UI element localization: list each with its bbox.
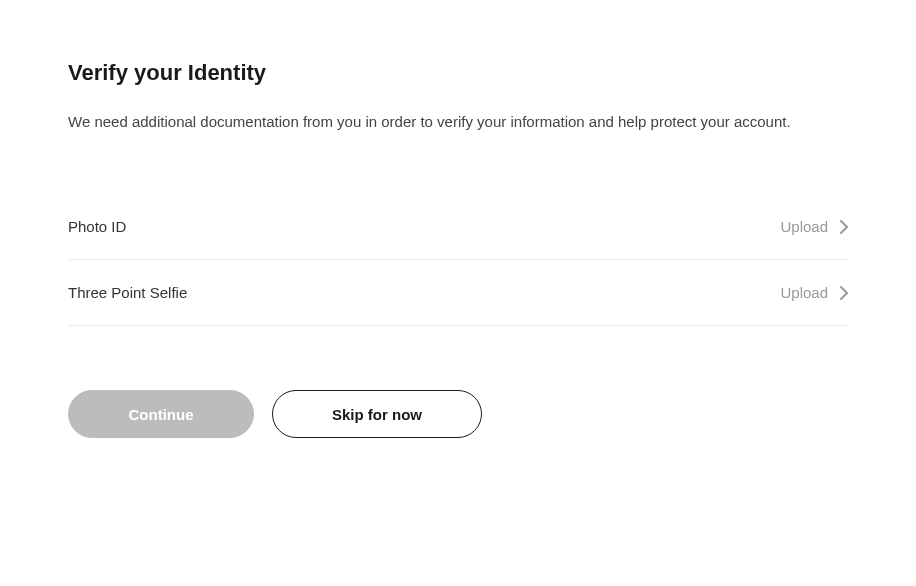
upload-row-photo-id[interactable]: Photo ID Upload bbox=[68, 194, 848, 260]
page-title: Verify your Identity bbox=[68, 60, 848, 86]
chevron-right-icon bbox=[840, 220, 848, 234]
upload-label-three-point-selfie: Three Point Selfie bbox=[68, 284, 187, 301]
skip-button[interactable]: Skip for now bbox=[272, 390, 482, 438]
upload-list: Photo ID Upload Three Point Selfie Uploa… bbox=[68, 194, 848, 326]
button-row: Continue Skip for now bbox=[68, 390, 848, 438]
upload-label-photo-id: Photo ID bbox=[68, 218, 126, 235]
upload-text: Upload bbox=[780, 218, 828, 235]
upload-action-three-point-selfie: Upload bbox=[780, 284, 848, 301]
upload-action-photo-id: Upload bbox=[780, 218, 848, 235]
upload-text: Upload bbox=[780, 284, 828, 301]
page-description: We need additional documentation from yo… bbox=[68, 110, 848, 134]
upload-row-three-point-selfie[interactable]: Three Point Selfie Upload bbox=[68, 260, 848, 326]
continue-button[interactable]: Continue bbox=[68, 390, 254, 438]
chevron-right-icon bbox=[840, 286, 848, 300]
